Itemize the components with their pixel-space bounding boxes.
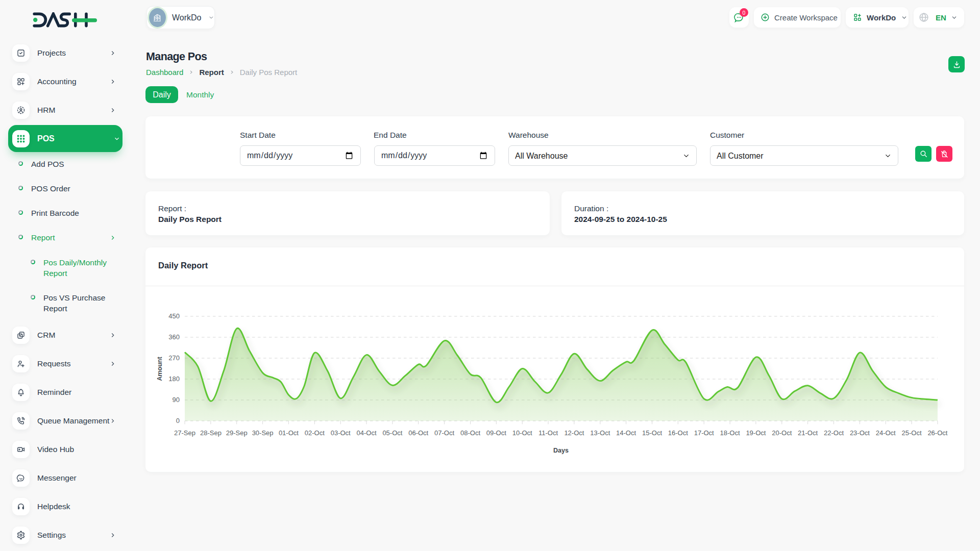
svg-text:02-Oct: 02-Oct <box>305 429 325 437</box>
svg-text:17-Oct: 17-Oct <box>694 429 714 437</box>
svg-text:01-Oct: 01-Oct <box>279 429 299 437</box>
svg-text:29-Sep: 29-Sep <box>226 429 248 437</box>
svg-text:22-Oct: 22-Oct <box>824 429 844 437</box>
svg-text:30-Sep: 30-Sep <box>252 429 274 437</box>
svg-text:20-Oct: 20-Oct <box>772 429 792 437</box>
svg-text:90: 90 <box>173 396 180 404</box>
svg-text:26-Oct: 26-Oct <box>927 429 947 437</box>
svg-text:18-Oct: 18-Oct <box>720 429 740 437</box>
svg-text:08-Oct: 08-Oct <box>460 429 480 437</box>
svg-text:21-Oct: 21-Oct <box>798 429 818 437</box>
svg-text:12-Oct: 12-Oct <box>564 429 584 437</box>
svg-text:23-Oct: 23-Oct <box>850 429 870 437</box>
svg-text:270: 270 <box>168 354 180 362</box>
svg-text:16-Oct: 16-Oct <box>668 429 688 437</box>
svg-text:19-Oct: 19-Oct <box>746 429 766 437</box>
svg-text:03-Oct: 03-Oct <box>331 429 351 437</box>
svg-text:25-Oct: 25-Oct <box>902 429 922 437</box>
svg-text:450: 450 <box>168 312 180 320</box>
svg-text:15-Oct: 15-Oct <box>642 429 662 437</box>
svg-text:Days: Days <box>553 447 569 454</box>
svg-text:07-Oct: 07-Oct <box>434 429 454 437</box>
svg-text:11-Oct: 11-Oct <box>538 429 558 437</box>
svg-text:10-Oct: 10-Oct <box>512 429 532 437</box>
svg-text:04-Oct: 04-Oct <box>356 429 376 437</box>
svg-text:09-Oct: 09-Oct <box>486 429 506 437</box>
svg-text:180: 180 <box>168 375 180 383</box>
svg-text:05-Oct: 05-Oct <box>382 429 402 437</box>
svg-text:06-Oct: 06-Oct <box>408 429 428 437</box>
svg-text:27-Sep: 27-Sep <box>174 429 195 437</box>
svg-text:28-Sep: 28-Sep <box>200 429 222 437</box>
svg-text:14-Oct: 14-Oct <box>616 429 636 437</box>
svg-text:360: 360 <box>168 333 180 341</box>
svg-text:0: 0 <box>176 417 180 424</box>
svg-text:Amount: Amount <box>156 357 163 381</box>
svg-text:13-Oct: 13-Oct <box>590 429 610 437</box>
svg-text:24-Oct: 24-Oct <box>876 429 896 437</box>
